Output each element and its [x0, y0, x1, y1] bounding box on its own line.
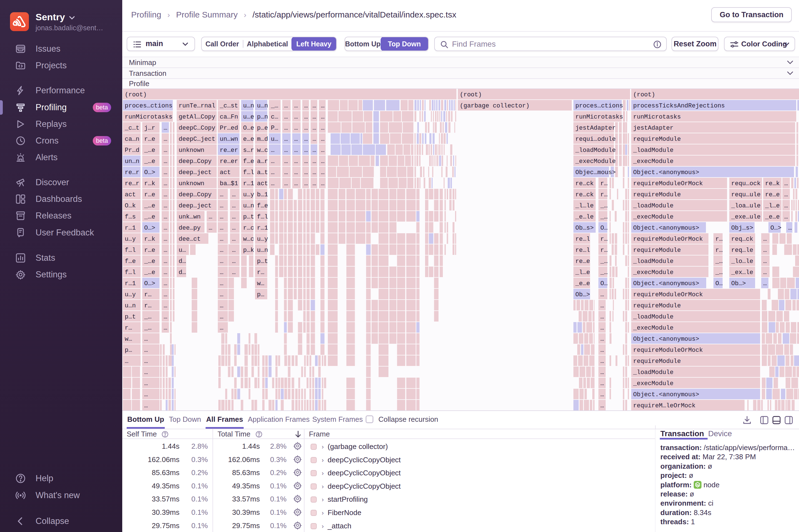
svg-text:re…ck: re…ck: [575, 191, 594, 198]
svg-text:…: …: [304, 169, 308, 176]
svg-text:u…: u…: [179, 247, 186, 254]
svg-text:…: …: [763, 236, 767, 243]
svg-text:…: …: [321, 114, 324, 120]
svg-text:_execModule: _execModule: [633, 213, 673, 221]
svg-text:_execModule: _execModule: [633, 269, 673, 276]
svg-text:re…k: re…k: [765, 180, 780, 187]
svg-text:_…e: _…e: [144, 203, 155, 209]
svg-text:u…e: u…e: [243, 114, 254, 120]
svg-text:…: …: [313, 169, 316, 176]
svg-text:u…n: u…n: [243, 102, 254, 109]
svg-text:_exe…ule: _exe…ule: [731, 213, 761, 221]
svg-text:…: …: [313, 125, 316, 132]
svg-text:…: …: [763, 247, 767, 254]
svg-text:…: …: [600, 336, 604, 343]
svg-text:…: …: [220, 247, 223, 254]
svg-text:ca…n: ca…n: [125, 136, 140, 143]
svg-text:unknown: unknown: [179, 180, 204, 187]
svg-text:_…: _…: [144, 314, 151, 320]
svg-text:…: …: [763, 258, 767, 265]
svg-text:…: …: [271, 169, 275, 176]
svg-text:p…k: p…k: [243, 247, 254, 254]
svg-text:(root): (root): [125, 91, 147, 98]
svg-text:…: …: [164, 136, 167, 143]
svg-text:…: …: [164, 314, 167, 320]
svg-text:_…e: _…e: [144, 147, 155, 154]
svg-text:unk…wn: unk…wn: [179, 213, 201, 221]
svg-text:_…: _…: [715, 269, 723, 276]
svg-text:getAl…Copy: getAl…Copy: [179, 114, 215, 120]
svg-text:f…e: f…e: [243, 158, 254, 165]
svg-text:_…: _…: [271, 102, 278, 109]
svg-text:re…er: re…er: [220, 147, 238, 154]
svg-text:_l…le: _l…le: [575, 203, 594, 209]
svg-text:…: …: [125, 358, 128, 365]
svg-text:…: …: [232, 247, 236, 254]
svg-text:O…k: O…k: [125, 203, 136, 209]
svg-text:r…: r…: [257, 269, 264, 276]
svg-text:p…: p…: [257, 291, 264, 298]
svg-text:…: …: [164, 280, 167, 287]
svg-text:p…e: p…e: [257, 125, 268, 132]
svg-text:requ…ock: requ…ock: [731, 180, 761, 187]
svg-text:r…c: r…c: [243, 225, 254, 232]
svg-text:…: …: [220, 225, 223, 232]
svg-text:…: …: [164, 169, 167, 176]
svg-text:…: …: [144, 380, 148, 387]
svg-text:r…e: r…e: [144, 191, 155, 198]
svg-text:re…er: re…er: [220, 158, 238, 165]
svg-text:…: …: [284, 125, 288, 132]
svg-text:…: …: [788, 225, 792, 232]
svg-text:…: …: [220, 291, 223, 298]
svg-text:_…: _…: [600, 258, 608, 265]
svg-text:_ex…le: _ex…le: [731, 269, 753, 276]
svg-text:_loadModule: _loadModule: [633, 147, 673, 154]
svg-text:…: …: [144, 369, 148, 376]
svg-text:requi…odule: requi…odule: [575, 136, 616, 143]
svg-text:unknown: unknown: [179, 147, 204, 154]
svg-text:requireModule: requireModule: [633, 247, 681, 254]
svg-text:_lo…le: _lo…le: [731, 258, 753, 265]
svg-text:…: …: [313, 114, 316, 120]
svg-text:_…e: _…e: [144, 258, 155, 265]
svg-text:P…: P…: [271, 125, 278, 132]
svg-text:O…>: O…>: [144, 225, 155, 232]
svg-text:dee…py: dee…py: [179, 225, 201, 232]
svg-text:…: …: [144, 336, 148, 343]
svg-text:u…n: u…n: [257, 102, 268, 109]
svg-text:…: …: [321, 169, 324, 176]
svg-text:…: …: [220, 269, 223, 276]
svg-text:un…wn: un…wn: [220, 136, 238, 143]
svg-text:…: …: [313, 180, 316, 187]
svg-text:act: act: [125, 191, 136, 198]
svg-text:…: …: [220, 258, 223, 265]
svg-text:…: …: [600, 402, 604, 409]
svg-text:O…>: O…>: [144, 280, 155, 287]
svg-text:(root): (root): [460, 91, 482, 98]
svg-text:…: …: [232, 236, 236, 243]
svg-text:…: …: [164, 225, 167, 232]
svg-text:_…e: _…e: [144, 269, 155, 276]
svg-text:deepC…ject: deepC…ject: [179, 136, 215, 143]
svg-text:req…le: req…le: [731, 247, 753, 254]
svg-text:w…c: w…c: [257, 147, 268, 154]
svg-text:r…1: r…1: [257, 225, 268, 232]
svg-text:…: …: [321, 158, 324, 165]
svg-text:…: …: [313, 102, 316, 109]
svg-text:…: …: [284, 102, 288, 109]
svg-text:…: …: [271, 158, 275, 165]
svg-text:…: …: [232, 213, 236, 221]
svg-text:…: …: [294, 102, 298, 109]
svg-text:proces…ctions: proces…ctions: [125, 102, 172, 109]
svg-text:w…: w…: [125, 336, 132, 343]
svg-text:…: …: [220, 302, 223, 309]
svg-text:req…ck: req…ck: [731, 236, 753, 243]
svg-text:r…: r…: [125, 325, 132, 331]
svg-text:…: …: [600, 302, 604, 309]
svg-text:…: …: [600, 369, 604, 376]
svg-text:…: …: [600, 358, 604, 365]
svg-text:…: …: [164, 247, 167, 254]
svg-text:…: …: [232, 225, 236, 232]
svg-text:…: …: [284, 169, 288, 176]
svg-text:r…k: r…k: [144, 236, 155, 243]
